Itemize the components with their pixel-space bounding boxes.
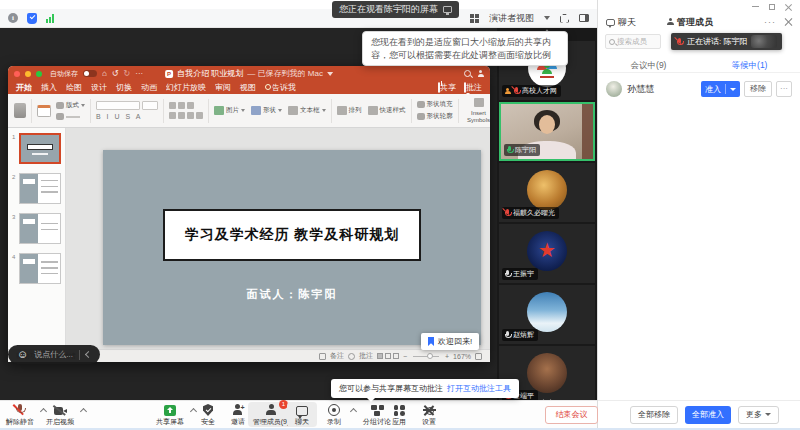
ppt-tab-design[interactable]: 设计 [91,82,107,93]
close-icon[interactable] [785,3,792,10]
list-buttons[interactable] [169,102,203,109]
shape-outline-button[interactable]: 形状轮廓 [417,112,453,121]
chevron-down-icon[interactable] [327,72,333,76]
comments-icon[interactable] [348,353,355,360]
share-screen-button[interactable]: 共享屏幕 [150,403,190,427]
minimize-icon[interactable] [752,6,759,7]
search-input[interactable] [617,37,657,46]
member-search-box[interactable] [605,34,661,49]
zoom-out-button[interactable]: − [403,353,407,360]
security-shield-icon[interactable] [27,13,37,24]
font-style-buttons[interactable]: B I U S A [96,113,142,120]
remove-button[interactable]: 移除 [744,81,772,97]
current-slide[interactable]: 学习及学术经历 教学及科研规划 面试人：陈宇阳 [103,150,481,345]
panel-more-button[interactable]: ··· [764,17,776,27]
zoom-level[interactable]: 167% [453,353,471,360]
security-button[interactable]: 安全 [192,403,224,427]
ppt-tab-draw[interactable]: 绘图 [66,82,82,93]
meeting-info-icon[interactable]: i [8,13,18,23]
paste-icon[interactable] [14,103,26,118]
fullscreen-icon[interactable] [560,14,569,23]
collapse-left-icon[interactable] [85,351,92,358]
start-video-button[interactable]: 开启视频 [40,403,80,427]
notes-label[interactable]: 备注 [330,351,344,361]
panel-close-icon[interactable] [784,18,792,26]
participant-video-5[interactable]: 赵炳辉 [499,285,595,344]
slide-thumbnail-4[interactable]: 4 [8,253,65,284]
end-meeting-button[interactable]: 结束会议 [545,406,598,424]
slide-thumbnail-1[interactable]: 1 [8,133,65,164]
scroll-down-icon[interactable] [543,396,551,400]
ppt-tab-tellme[interactable]: 告诉我 [265,82,296,93]
ppt-tab-view[interactable]: 视图 [240,82,256,93]
slide-title-box[interactable]: 学习及学术经历 教学及科研规划 [163,209,420,262]
view-mode-icons[interactable] [377,353,399,359]
font-name-select[interactable] [96,101,140,110]
quick-message-pill[interactable]: ☺ 说点什么... [8,345,100,364]
remove-all-button[interactable]: 全部移除 [630,406,678,424]
zoom-slider[interactable] [413,356,439,357]
new-slide-icon[interactable] [37,105,51,117]
ppt-share-button[interactable]: 共享 [438,82,456,93]
insert-symbols-label[interactable]: Insert Symbols [464,110,491,123]
admit-button[interactable]: 准入 [701,81,740,97]
ppt-tab-animations[interactable]: 动画 [141,82,157,93]
mac-close-icon[interactable] [14,71,20,77]
ppt-saved-status[interactable]: — 已保存到我的 Mac [247,68,323,79]
emoji-icon[interactable]: ☺ [17,349,28,360]
ppt-account-icon[interactable] [477,70,484,77]
tab-manage-members[interactable]: 管理成员 [666,16,713,29]
settings-button[interactable]: 设置 [415,403,443,427]
ppt-tab-transitions[interactable]: 切换 [116,82,132,93]
reset-button[interactable] [56,113,85,120]
say-something-placeholder[interactable]: 说点什么... [34,349,73,360]
notes-icon[interactable] [319,353,326,360]
open-annotation-tools-link[interactable]: 打开互动批注工具 [447,383,511,394]
shape-fill-button[interactable]: 形状填充 [417,100,453,109]
arrange-button[interactable]: 排列 [337,106,362,115]
apps-button[interactable]: 应用 [386,403,412,427]
mac-zoom-icon[interactable] [36,71,42,77]
chevron-down-icon[interactable] [544,16,550,20]
font-size-select[interactable] [142,101,158,110]
tab-waiting[interactable]: 等候中(1) [699,57,800,72]
chevron-down-icon[interactable] [730,88,736,91]
slide-thumbnail-2[interactable]: 2 [8,173,65,204]
zoom-in-button[interactable]: + [445,353,449,360]
ppt-comments-button[interactable]: 批注 [464,82,482,93]
unmute-button[interactable]: 解除静音 [0,403,40,427]
redo-icon[interactable]: ↻ [124,69,131,78]
textbox-button[interactable]: 文本框 [288,106,326,115]
layout-button[interactable]: 版式 [56,101,85,110]
more-button[interactable]: 更多 [738,406,779,424]
tab-in-meeting[interactable]: 会议中(9) [598,57,699,72]
tab-chat[interactable]: 聊天 [606,16,636,29]
monitor-icon[interactable] [443,6,452,13]
side-panel-toggle-icon[interactable] [579,14,589,22]
record-options-chevron[interactable] [350,408,357,415]
fit-slide-icon[interactable] [475,353,482,360]
ppt-tab-review[interactable]: 审阅 [215,82,231,93]
participant-video-2[interactable]: 陈宇阳 [499,102,595,161]
view-mode-label[interactable]: 演讲者视图 [489,12,534,25]
ppt-tab-slideshow[interactable]: 幻灯片放映 [166,82,206,93]
participant-video-4[interactable]: ★ 王振宇 [499,224,595,283]
member-more-button[interactable]: ··· [776,81,792,97]
slide-thumbnail-3[interactable]: 3 [8,213,65,244]
autosave-toggle[interactable] [83,70,97,77]
ppt-tab-home[interactable]: 开始 [16,82,32,93]
align-buttons[interactable] [169,112,203,119]
chat-button[interactable]: 聊天 [287,402,317,427]
video-options-chevron[interactable] [80,408,87,415]
comments-label[interactable]: 批注 [359,351,373,361]
shape-button[interactable]: 形状 [251,106,282,115]
home-icon[interactable]: ⌂ [102,69,107,78]
record-button[interactable]: 录制 [318,403,350,427]
admit-all-button[interactable]: 全部准入 [685,406,731,424]
maximize-icon[interactable] [769,4,775,10]
ppt-search-icon[interactable] [464,70,471,77]
undo-icon[interactable]: ↺ [112,69,119,78]
participant-video-3[interactable]: 福麒久必曜光 [499,163,595,222]
ppt-tab-insert[interactable]: 插入 [41,82,57,93]
mac-minimize-icon[interactable] [25,71,31,77]
